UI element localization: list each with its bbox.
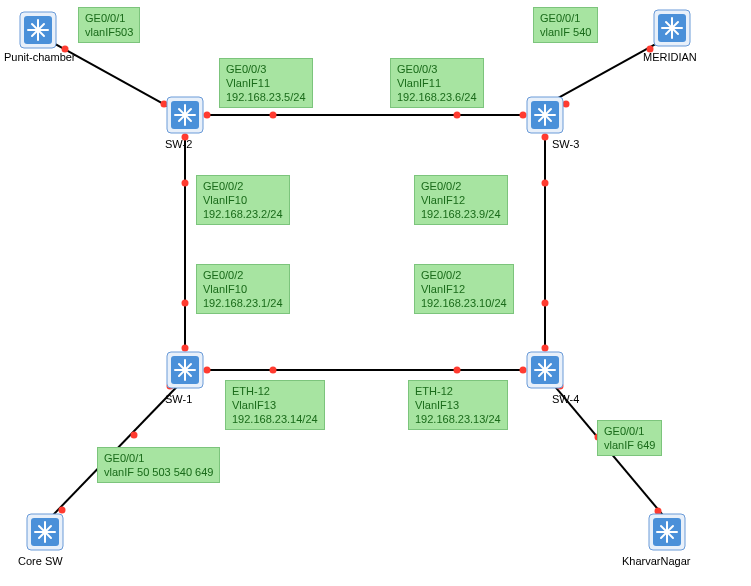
label-sw1-up: GE0/0/2 VlanIF10 192.168.23.1/24 bbox=[196, 264, 290, 314]
vlanif-text: vlanIF503 bbox=[85, 25, 133, 39]
port-dot bbox=[182, 300, 189, 307]
vlanif-text: VlanIF13 bbox=[232, 398, 318, 412]
label-sw4-left: ETH-12 VlanIF13 192.168.23.13/24 bbox=[408, 380, 508, 430]
device-kharvarnagar[interactable] bbox=[647, 512, 687, 552]
ip-text: 192.168.23.14/24 bbox=[232, 412, 318, 426]
ip-text: 192.168.23.5/24 bbox=[226, 90, 306, 104]
port-text: GE0/0/2 bbox=[421, 179, 501, 193]
label-core-ge: GE0/0/1 vlanIF 50 503 540 649 bbox=[97, 447, 220, 483]
link-sw2-sw1 bbox=[184, 135, 186, 350]
port-text: GE0/0/2 bbox=[203, 179, 283, 193]
vlanif-text: vlanIF 649 bbox=[604, 438, 655, 452]
device-label-punit: Punit-chamber bbox=[4, 51, 76, 63]
label-sw1-right: ETH-12 VlanIF13 192.168.23.14/24 bbox=[225, 380, 325, 430]
port-dot bbox=[454, 367, 461, 374]
vlanif-text: VlanIF10 bbox=[203, 282, 283, 296]
device-label-sw2: SW-2 bbox=[165, 138, 192, 150]
port-text: GE0/0/2 bbox=[203, 268, 283, 282]
port-text: GE0/0/1 bbox=[540, 11, 591, 25]
port-text: ETH-12 bbox=[232, 384, 318, 398]
ip-text: 192.168.23.9/24 bbox=[421, 207, 501, 221]
port-text: GE0/0/2 bbox=[421, 268, 507, 282]
port-dot bbox=[131, 432, 138, 439]
device-label-meridian: MERIDIAN bbox=[643, 51, 697, 63]
label-kharvar-ge: GE0/0/1 vlanIF 649 bbox=[597, 420, 662, 456]
port-text: GE0/0/1 bbox=[85, 11, 133, 25]
device-label-kharvar: KharvarNagar bbox=[622, 555, 690, 567]
link-sw1-sw4 bbox=[205, 369, 525, 371]
topology-canvas: { "devices": { "punit": { "label": "Puni… bbox=[0, 0, 751, 586]
vlanif-text: vlanIF 50 503 540 649 bbox=[104, 465, 213, 479]
ip-text: 192.168.23.6/24 bbox=[397, 90, 477, 104]
device-sw3[interactable] bbox=[525, 95, 565, 135]
link-sw2-sw3 bbox=[205, 114, 525, 116]
device-meridian[interactable] bbox=[652, 8, 692, 48]
device-label-sw1: SW-1 bbox=[165, 393, 192, 405]
label-meridian-ge: GE0/0/1 vlanIF 540 bbox=[533, 7, 598, 43]
ip-text: 192.168.23.13/24 bbox=[415, 412, 501, 426]
ip-text: 192.168.23.1/24 bbox=[203, 296, 283, 310]
device-sw2[interactable] bbox=[165, 95, 205, 135]
label-sw4-up: GE0/0/2 VlanIF12 192.168.23.10/24 bbox=[414, 264, 514, 314]
device-sw1[interactable] bbox=[165, 350, 205, 390]
port-dot bbox=[182, 180, 189, 187]
ip-text: 192.168.23.2/24 bbox=[203, 207, 283, 221]
port-text: GE0/0/1 bbox=[104, 451, 213, 465]
port-dot bbox=[270, 112, 277, 119]
port-dot bbox=[270, 367, 277, 374]
device-label-sw3: SW-3 bbox=[552, 138, 579, 150]
device-punit-chamber[interactable] bbox=[18, 10, 58, 50]
port-text: ETH-12 bbox=[415, 384, 501, 398]
device-label-sw4: SW-4 bbox=[552, 393, 579, 405]
vlanif-text: VlanIF11 bbox=[226, 76, 306, 90]
link-sw3-sw4 bbox=[544, 135, 546, 350]
port-dot bbox=[542, 180, 549, 187]
vlanif-text: VlanIF12 bbox=[421, 193, 501, 207]
vlanif-text: VlanIF10 bbox=[203, 193, 283, 207]
vlanif-text: VlanIF12 bbox=[421, 282, 507, 296]
label-sw3-top: GE0/0/3 VlanIF11 192.168.23.6/24 bbox=[390, 58, 484, 108]
device-sw4[interactable] bbox=[525, 350, 565, 390]
label-sw2-top: GE0/0/3 VlanIF11 192.168.23.5/24 bbox=[219, 58, 313, 108]
label-punit-ge: GE0/0/1 vlanIF503 bbox=[78, 7, 140, 43]
label-sw2-down: GE0/0/2 VlanIF10 192.168.23.2/24 bbox=[196, 175, 290, 225]
port-text: GE0/0/3 bbox=[397, 62, 477, 76]
port-text: GE0/0/3 bbox=[226, 62, 306, 76]
vlanif-text: VlanIF11 bbox=[397, 76, 477, 90]
label-sw3-down: GE0/0/2 VlanIF12 192.168.23.9/24 bbox=[414, 175, 508, 225]
device-label-coresw: Core SW bbox=[18, 555, 63, 567]
vlanif-text: VlanIF13 bbox=[415, 398, 501, 412]
vlanif-text: vlanIF 540 bbox=[540, 25, 591, 39]
port-dot bbox=[454, 112, 461, 119]
ip-text: 192.168.23.10/24 bbox=[421, 296, 507, 310]
port-text: GE0/0/1 bbox=[604, 424, 655, 438]
device-core-sw[interactable] bbox=[25, 512, 65, 552]
port-dot bbox=[542, 300, 549, 307]
